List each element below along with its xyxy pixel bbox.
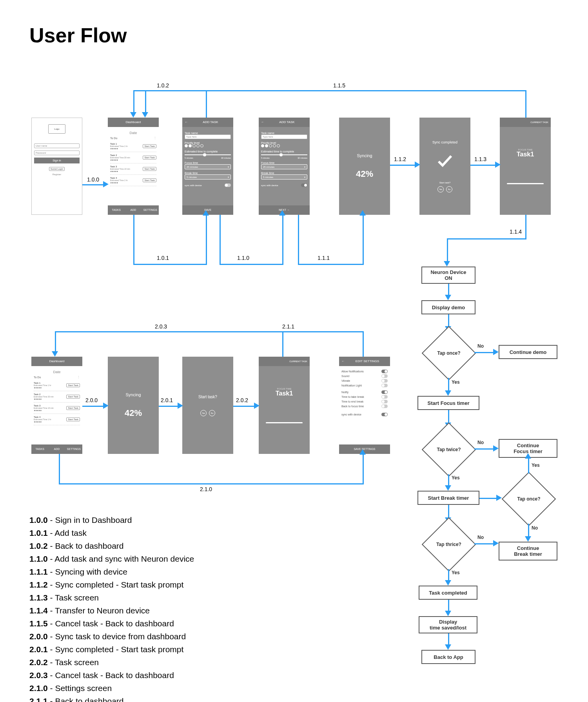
flow-no: No bbox=[477, 535, 484, 540]
screen-dashboard-1: Dashboard Date To Do⋮ Task 1Estimated Ti… bbox=[108, 118, 159, 215]
arrow-label: 1.1.3 bbox=[474, 156, 486, 162]
section-todo: To Do bbox=[110, 137, 117, 140]
light-toggle[interactable] bbox=[381, 384, 388, 387]
estimate-slider[interactable] bbox=[261, 154, 307, 155]
priority-label: Priority level bbox=[261, 141, 307, 144]
notify-toggle[interactable] bbox=[381, 390, 388, 394]
nav-add[interactable]: ADD bbox=[48, 444, 65, 454]
flow-yes: Yes bbox=[452, 379, 460, 385]
focus-label: Focus time bbox=[185, 161, 231, 164]
syncing-pct: 42% bbox=[125, 408, 142, 418]
nav-tasks[interactable]: TASKS bbox=[108, 205, 125, 215]
legend-row: 2.0.1 - Sync completed - Start task prom… bbox=[29, 643, 304, 656]
yes-button[interactable]: Yes bbox=[437, 186, 444, 192]
register-link[interactable]: Register bbox=[34, 173, 80, 176]
flow-start-focus: Start Focus timer bbox=[417, 396, 479, 410]
start-task-button[interactable]: Start Task bbox=[143, 178, 156, 182]
password-input[interactable]: Password bbox=[34, 151, 80, 155]
priority-dots[interactable] bbox=[261, 144, 307, 148]
arrow-label: 1.1.4 bbox=[510, 229, 522, 235]
social-login-button[interactable]: Social Login bbox=[49, 167, 65, 171]
screen-syncing-2: Syncing 42% bbox=[108, 357, 159, 454]
est-max: 60 minutes bbox=[298, 157, 307, 159]
dashboard-date: Date bbox=[34, 370, 80, 374]
arrow-label: 1.1.2 bbox=[394, 156, 406, 162]
back-focus-toggle[interactable] bbox=[381, 405, 388, 408]
start-task-button[interactable]: Start Task bbox=[66, 417, 80, 421]
flow-display-time: Display time saved/lost bbox=[419, 616, 477, 633]
flow-continue-demo: Continue demo bbox=[499, 345, 557, 359]
legend-row: 1.1.0 - Add task and sync with Neuron de… bbox=[29, 552, 304, 565]
estimate-label: Estimated time to complete bbox=[185, 150, 231, 153]
nav-settings[interactable]: SETTINGS bbox=[65, 444, 82, 454]
legend-row: 1.1.4 - Transfer to Neuron device bbox=[29, 604, 304, 617]
allow-toggle[interactable] bbox=[381, 370, 388, 373]
flow-tap-once-2: Tap once? bbox=[502, 472, 556, 526]
flow-task-completed: Task completed bbox=[419, 586, 477, 600]
end-break-toggle[interactable] bbox=[381, 400, 388, 403]
est-max: 60 minutes bbox=[221, 157, 231, 159]
focus-select[interactable]: 25 minutes▾ bbox=[261, 164, 307, 169]
current-task-name: Task1 bbox=[276, 390, 293, 397]
estimate-label: Estimated time to complete bbox=[261, 150, 307, 153]
estimate-slider[interactable] bbox=[185, 154, 231, 155]
arrow-label: 1.1.5 bbox=[333, 82, 345, 89]
nav-settings[interactable]: SETTINGS bbox=[142, 205, 159, 215]
flow-tap-twice: Tap twice? bbox=[422, 423, 476, 477]
arrow-label: 2.1.0 bbox=[200, 486, 212, 492]
sync-label: sync with device bbox=[341, 413, 361, 416]
start-task-title: Start task? bbox=[198, 395, 217, 399]
arrow-label: 1.1.1 bbox=[318, 255, 330, 261]
vibrate-toggle[interactable] bbox=[381, 379, 388, 383]
sync-device-toggle[interactable] bbox=[381, 413, 388, 416]
take-break-toggle[interactable] bbox=[381, 395, 388, 399]
light-label: Notification Light bbox=[341, 384, 362, 387]
start-task-button[interactable]: Start Task bbox=[143, 156, 156, 160]
sync-toggle[interactable] bbox=[225, 183, 231, 187]
sync-label: sync with device bbox=[185, 184, 202, 187]
task-row: Task 4Estimated Time 1 hr★★★★★Start Task bbox=[34, 414, 80, 425]
username-input[interactable]: User name bbox=[34, 143, 80, 148]
sync-toggle[interactable] bbox=[301, 183, 307, 187]
start-task-button[interactable]: Start Task bbox=[143, 167, 156, 171]
focus-select[interactable]: 25 minutes▾ bbox=[185, 164, 231, 169]
task-row: Task 3Estimated Time 10 min★★★★★Start Ta… bbox=[110, 163, 156, 175]
back-icon[interactable]: ← bbox=[185, 118, 188, 127]
back-icon[interactable]: ← bbox=[341, 357, 345, 366]
arrow-label: 2.0.2 bbox=[236, 397, 248, 403]
arrow-label: 2.0.3 bbox=[155, 323, 167, 330]
sound-toggle[interactable] bbox=[381, 374, 388, 378]
legend-row: 2.0.0 - Sync task to device from dashboa… bbox=[29, 630, 304, 643]
est-min: 5 minutes bbox=[185, 157, 193, 159]
legend-row: 2.0.3 - Cancel task - Back to dashboard bbox=[29, 669, 304, 682]
no-button[interactable]: No bbox=[446, 186, 452, 192]
legend-row: 1.1.5 - Cancel task - Back to dashboard bbox=[29, 617, 304, 630]
start-task-button[interactable]: Start Task bbox=[66, 395, 80, 399]
flow-no: No bbox=[477, 440, 484, 445]
progress-bar bbox=[266, 422, 303, 423]
flow-yes: Yes bbox=[452, 570, 460, 575]
start-task-button[interactable]: Start Task bbox=[66, 406, 80, 410]
no-button[interactable]: No bbox=[209, 410, 215, 416]
task-name-input[interactable]: Type here bbox=[185, 134, 231, 139]
priority-dots[interactable] bbox=[185, 144, 231, 148]
yes-button[interactable]: Yes bbox=[200, 410, 207, 416]
est-min: 5 minutes bbox=[261, 157, 270, 159]
add-task-title: ADD TASK bbox=[279, 120, 294, 124]
notify-label: Notify bbox=[341, 391, 348, 394]
progress-bar bbox=[507, 183, 544, 184]
back-icon[interactable]: ← bbox=[261, 118, 264, 127]
start-task-button[interactable]: Start Task bbox=[66, 383, 80, 387]
start-task-button[interactable]: Start Task bbox=[143, 144, 156, 148]
page-title: User Flow bbox=[29, 24, 127, 47]
task-name-input[interactable]: Type here bbox=[261, 134, 307, 139]
break-select[interactable]: 5 minutes▾ bbox=[185, 174, 231, 180]
break-select[interactable]: 5 minutes▾ bbox=[261, 174, 307, 180]
break-label: Break time bbox=[185, 172, 231, 174]
nav-add[interactable]: ADD bbox=[125, 205, 142, 215]
flow-no: No bbox=[477, 343, 484, 349]
signin-button[interactable]: Sign in bbox=[34, 158, 80, 163]
nav-tasks[interactable]: TASKS bbox=[31, 444, 48, 454]
section-todo: To Do bbox=[34, 376, 41, 379]
arrow-label: 2.1.1 bbox=[282, 323, 294, 330]
